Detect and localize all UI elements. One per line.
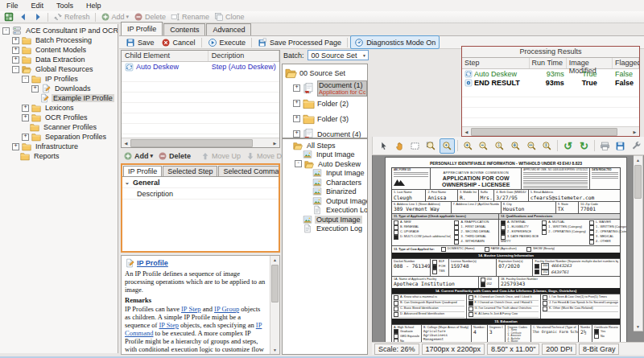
- cancel-button[interactable]: Cancel: [158, 36, 199, 48]
- help-vscrollbar[interactable]: ▲ ▼: [270, 256, 279, 354]
- chevron-down-icon[interactable]: ⌄: [125, 179, 130, 186]
- menu-edit[interactable]: Edit: [25, 0, 51, 11]
- scrollbar-thumb[interactable]: [130, 139, 253, 147]
- nav-tree-item[interactable]: +Data Extraction: [0, 55, 118, 64]
- expand-icon[interactable]: +: [12, 56, 19, 64]
- batch-tree-item[interactable]: +Folder (3): [283, 111, 367, 126]
- move-up-button[interactable]: Move Up: [198, 151, 243, 161]
- collapse-icon[interactable]: -: [12, 66, 19, 73]
- nav-tree-item[interactable]: +Content Models: [0, 45, 118, 55]
- collapse-icon[interactable]: -: [22, 76, 29, 83]
- pan-hand-button[interactable]: [392, 138, 407, 154]
- select-region-button[interactable]: [408, 138, 423, 154]
- expand-icon[interactable]: +: [293, 115, 300, 122]
- result-row[interactable]: Auto Deskew93msTrueFalse: [462, 69, 639, 78]
- save-processed-page-button[interactable]: Save Processed Page: [254, 36, 345, 48]
- nav-tree-item[interactable]: +Infrastructure: [0, 142, 118, 151]
- property-row[interactable]: ⌄General: [122, 177, 279, 188]
- back-button[interactable]: [16, 11, 31, 23]
- batch-tree-item[interactable]: +Document (4): [283, 126, 367, 138]
- zoom-in-button[interactable]: [460, 138, 476, 154]
- tab-advanced[interactable]: Advanced: [206, 23, 251, 35]
- batch-dropdown[interactable]: 00 Source Set ▼: [308, 50, 369, 60]
- scroll-down-icon[interactable]: ▼: [270, 346, 279, 354]
- app-button[interactable]: [2, 11, 16, 23]
- nav-tree-item[interactable]: +Batch Processing: [0, 35, 118, 45]
- zoom-height-button[interactable]: [539, 138, 555, 154]
- steps-tree-item[interactable]: Output Image: [283, 196, 367, 206]
- table-row[interactable]: Auto DeskewStep (Auto Deskew): [122, 62, 279, 72]
- nav-tree-item[interactable]: Reports: [0, 151, 118, 161]
- scrollbar-thumb[interactable]: [634, 165, 642, 199]
- expand-icon[interactable]: +: [12, 37, 19, 44]
- nav-tree-item[interactable]: Scanner Profiles: [0, 122, 118, 132]
- prop-tab-selected-step[interactable]: Selected Step: [163, 166, 217, 176]
- scroll-right-icon[interactable]: ▶: [270, 139, 279, 147]
- zoom-fit-button[interactable]: [508, 138, 523, 154]
- child-table-hscrollbar[interactable]: ◀ ▶: [122, 138, 279, 147]
- help-link[interactable]: IP Step: [159, 321, 178, 329]
- steps-tree-item[interactable]: Input Image: [283, 150, 367, 160]
- help-link[interactable]: IP Step: [181, 305, 200, 313]
- rotate-right-button[interactable]: ↻: [576, 138, 592, 154]
- tab-contents[interactable]: Contents: [163, 23, 205, 35]
- collapse-icon[interactable]: -: [295, 160, 302, 167]
- steps-tree-item[interactable]: Execution Log: [283, 206, 367, 216]
- nav-tree-item[interactable]: Example IP Profile: [0, 93, 118, 103]
- menu-file[interactable]: File: [0, 0, 25, 11]
- prop-tab-ip-profile[interactable]: IP Profile: [123, 166, 162, 176]
- tab-ip-profile[interactable]: IP Profile: [121, 22, 163, 35]
- print-button[interactable]: [597, 138, 613, 154]
- zoom-out-button[interactable]: [476, 138, 491, 154]
- nav-tree-item[interactable]: +Downloads: [0, 84, 118, 93]
- delete-button[interactable]: Delete: [131, 11, 168, 23]
- steps-tree-item[interactable]: All Steps: [283, 141, 367, 150]
- zoom-width-button[interactable]: [524, 138, 539, 154]
- steps-tree-item[interactable]: Input Image: [283, 169, 367, 179]
- scroll-down-icon[interactable]: ▼: [634, 323, 642, 331]
- zoom-window-button[interactable]: [423, 138, 439, 154]
- rename-button[interactable]: Rename: [168, 11, 212, 23]
- steps-tree-item[interactable]: Output Image: [283, 215, 367, 224]
- batch-tree-item[interactable]: 00 Source Set: [283, 65, 367, 80]
- collapse-icon[interactable]: -: [2, 27, 10, 35]
- prop-tab-selected-command[interactable]: Selected Command: [218, 166, 280, 176]
- help-title-link[interactable]: IP Profile: [137, 259, 168, 267]
- expand-icon[interactable]: +: [293, 100, 300, 107]
- clone-button[interactable]: Clone: [212, 11, 247, 23]
- forward-button[interactable]: [31, 11, 45, 23]
- settings-button[interactable]: [629, 138, 644, 154]
- expand-icon[interactable]: +: [12, 143, 19, 150]
- nav-tree-item[interactable]: +OCR Profiles: [0, 113, 118, 122]
- zoom-dynamic-button[interactable]: [440, 138, 455, 154]
- expand-icon[interactable]: +: [293, 130, 300, 138]
- scroll-left-icon[interactable]: ◀: [122, 139, 130, 147]
- diagnostics-mode-on-button[interactable]: Diagnostics Mode On: [350, 35, 440, 49]
- expand-icon[interactable]: +: [293, 84, 300, 92]
- steps-tree-item[interactable]: -Auto Deskew: [283, 159, 367, 169]
- menu-tools[interactable]: Tools: [50, 0, 80, 11]
- steps-tree-item[interactable]: Binarized: [283, 187, 367, 197]
- scroll-up-icon[interactable]: ▲: [634, 156, 642, 164]
- add-button[interactable]: Add▾: [98, 11, 132, 23]
- zoom-actual-button[interactable]: 1: [492, 138, 507, 154]
- expand-icon[interactable]: +: [31, 85, 39, 93]
- refresh-button[interactable]: Refresh: [51, 11, 93, 23]
- nav-tree-item[interactable]: -ACE Consultant IP and OCR: [0, 26, 118, 35]
- delete-button[interactable]: Delete: [155, 151, 193, 161]
- scroll-left-icon[interactable]: ◀: [462, 128, 471, 136]
- expand-icon[interactable]: +: [22, 105, 29, 112]
- expand-icon[interactable]: +: [22, 114, 29, 121]
- save-button[interactable]: Save: [122, 36, 158, 48]
- preview-vscrollbar[interactable]: ▲ ▼: [634, 155, 643, 331]
- pointer-button[interactable]: [376, 138, 391, 154]
- processing-hscrollbar[interactable]: ◀ ▶: [462, 126, 639, 136]
- save-image-button[interactable]: [613, 138, 628, 154]
- result-row[interactable]: END RESULT93msTrueFalse: [462, 78, 639, 87]
- execute-button[interactable]: Execute: [204, 36, 250, 48]
- scroll-up-icon[interactable]: ▲: [270, 256, 279, 264]
- nav-tree-item[interactable]: +Lexicons: [0, 103, 118, 113]
- expand-icon[interactable]: +: [22, 134, 29, 141]
- batch-tree-item[interactable]: +Folder (2): [283, 96, 367, 111]
- scrollbar-thumb[interactable]: [271, 265, 279, 302]
